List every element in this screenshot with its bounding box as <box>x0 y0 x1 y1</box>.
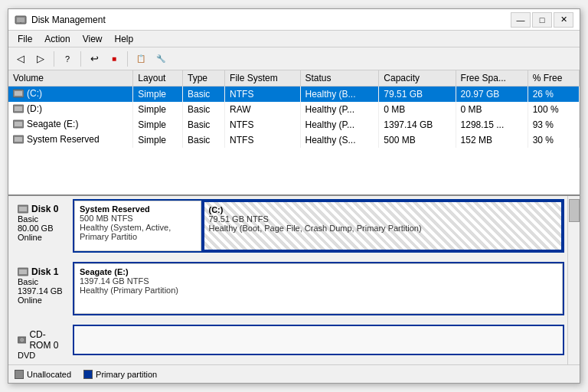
legend-bar: Unallocated Primary partition <box>8 364 580 383</box>
table-row[interactable]: System Reserved Simple Basic NTFS Health… <box>8 132 580 148</box>
partition-name: System Reserved <box>80 204 196 214</box>
cdrom-row: CD-ROM 0 DVD <box>11 325 564 364</box>
upper-panel: Volume Layout Type File System Status Ca… <box>8 70 580 196</box>
menu-view[interactable]: View <box>77 32 109 46</box>
cell-pct: 93 % <box>528 117 579 132</box>
partition-seagate[interactable]: Seagate (E:) 1397.14 GB NTFS Healthy (Pr… <box>74 263 563 314</box>
svg-rect-12 <box>19 207 27 211</box>
table-row[interactable]: (D:) Simple Basic RAW Healthy (P... 0 MB… <box>8 102 580 117</box>
col-pctfree: % Free <box>528 70 579 87</box>
tool2-button[interactable]: 🔧 <box>152 50 170 68</box>
partition-name: (C:) <box>209 205 557 214</box>
cell-type: Basic <box>182 102 224 117</box>
scroll-thumb[interactable] <box>569 199 580 222</box>
title-buttons: — □ ✕ <box>511 12 573 28</box>
disk-separator-0 <box>8 256 580 259</box>
cdrom-partition-empty <box>74 326 563 354</box>
cell-fs: NTFS <box>225 132 300 148</box>
legend-primary-box <box>83 370 93 379</box>
legend-primary: Primary partition <box>83 370 157 379</box>
partition-info: 500 MB NTFS <box>80 214 196 223</box>
cell-status: Healthy (B... <box>300 87 379 103</box>
cell-volume: System Reserved <box>8 132 133 148</box>
minimize-button[interactable]: — <box>511 12 531 28</box>
cell-capacity: 1397.14 GB <box>379 117 456 132</box>
cell-capacity: 79.51 GB <box>379 87 456 103</box>
cell-fs: RAW <box>225 102 300 117</box>
toolbar-separator-2 <box>80 51 81 67</box>
menu-action[interactable]: Action <box>38 32 76 46</box>
svg-rect-4 <box>15 91 22 96</box>
svg-point-17 <box>21 339 23 341</box>
cdrom-icon <box>18 335 26 345</box>
disk-partitions-disk0: System Reserved 500 MB NTFS Healthy (Sys… <box>73 199 564 253</box>
tool1-button[interactable]: 📋 <box>132 50 150 68</box>
col-freespace: Free Spa... <box>456 70 528 87</box>
disk-row-disk1: Disk 1 Basic 1397.14 GB Online Seagate (… <box>11 262 564 315</box>
toolbar: ◁ ▷ ? ↩ ■ 📋 🔧 <box>8 47 580 70</box>
cell-pct: 30 % <box>528 132 579 148</box>
partition-info: 79.51 GB NTFS <box>209 214 557 224</box>
cell-volume: Seagate (E:) <box>8 117 133 132</box>
cdrom-type: DVD <box>18 351 67 360</box>
partition-sysreserved[interactable]: System Reserved 500 MB NTFS Healthy (Sys… <box>74 201 201 251</box>
cell-volume: (C:) <box>8 87 133 103</box>
scrollbar[interactable] <box>567 196 580 364</box>
svg-rect-6 <box>15 106 22 111</box>
svg-rect-10 <box>15 137 22 142</box>
partition-status: Healthy (System, Active, Primary Partiti… <box>80 223 196 241</box>
cell-pct: 100 % <box>528 102 579 117</box>
window-title: Disk Management <box>31 15 106 25</box>
cdrom-label: CD-ROM 0 DVD <box>11 325 73 364</box>
menu-help[interactable]: Help <box>109 32 140 46</box>
cell-status: Healthy (P... <box>300 102 379 117</box>
cell-capacity: 500 MB <box>379 132 456 148</box>
cell-free: 1298.15 ... <box>456 117 528 132</box>
maximize-button[interactable]: □ <box>532 12 552 28</box>
disk-label-disk0: Disk 0 Basic 80.00 GB Online <box>11 199 73 253</box>
window-icon <box>15 14 27 26</box>
svg-rect-1 <box>17 18 24 22</box>
cell-fs: NTFS <box>225 117 300 132</box>
svg-rect-14 <box>19 270 27 274</box>
cell-free: 0 MB <box>456 102 528 117</box>
forward-button[interactable]: ▷ <box>31 50 50 68</box>
help-button[interactable]: ? <box>58 50 77 68</box>
cell-status: Healthy (S... <box>300 132 379 148</box>
menu-bar: File Action View Help <box>8 31 580 47</box>
disk-label-disk1: Disk 1 Basic 1397.14 GB Online <box>11 262 73 315</box>
disk-partitions-disk1: Seagate (E:) 1397.14 GB NTFS Healthy (Pr… <box>73 262 564 315</box>
table-row[interactable]: (C:) Simple Basic NTFS Healthy (B... 79.… <box>8 87 580 103</box>
undo-button[interactable]: ↩ <box>85 50 103 68</box>
cell-layout: Simple <box>133 117 183 132</box>
col-filesystem: File System <box>225 70 300 87</box>
partition-c-drive[interactable]: (C:) 79.51 GB NTFS Healthy (Boot, Page F… <box>203 201 564 251</box>
cell-free: 152 MB <box>456 132 528 148</box>
table-row[interactable]: Seagate (E:) Simple Basic NTFS Healthy (… <box>8 117 580 132</box>
title-bar-left: Disk Management <box>15 14 106 26</box>
disk-management-window: Disk Management — □ ✕ File Action View H… <box>8 8 580 384</box>
main-content: Volume Layout Type File System Status Ca… <box>8 70 580 383</box>
cell-status: Healthy (P... <box>300 117 379 132</box>
refresh-button[interactable]: ■ <box>105 50 123 68</box>
cell-layout: Simple <box>133 87 183 103</box>
col-type: Type <box>182 70 224 87</box>
cell-volume: (D:) <box>8 102 133 117</box>
legend-unallocated-label: Unallocated <box>27 370 71 379</box>
partition-status: Healthy (Boot, Page File, Crash Dump, Pr… <box>209 224 557 233</box>
cdrom-partitions <box>73 325 564 355</box>
cell-type: Basic <box>182 132 224 148</box>
close-button[interactable]: ✕ <box>554 12 573 28</box>
volume-table: Volume Layout Type File System Status Ca… <box>8 70 580 148</box>
lower-panel: Disk 0 Basic 80.00 GB Online System Rese… <box>8 196 580 364</box>
partition-name: Seagate (E:) <box>80 267 557 276</box>
col-layout: Layout <box>133 70 183 87</box>
cell-capacity: 0 MB <box>379 102 456 117</box>
svg-point-2 <box>20 22 21 24</box>
back-button[interactable]: ◁ <box>11 50 30 68</box>
legend-unallocated: Unallocated <box>15 370 71 379</box>
partition-status: Healthy (Primary Partition) <box>80 286 557 295</box>
menu-file[interactable]: File <box>11 32 38 46</box>
cell-type: Basic <box>182 87 224 103</box>
disk-separator-1 <box>8 318 580 322</box>
